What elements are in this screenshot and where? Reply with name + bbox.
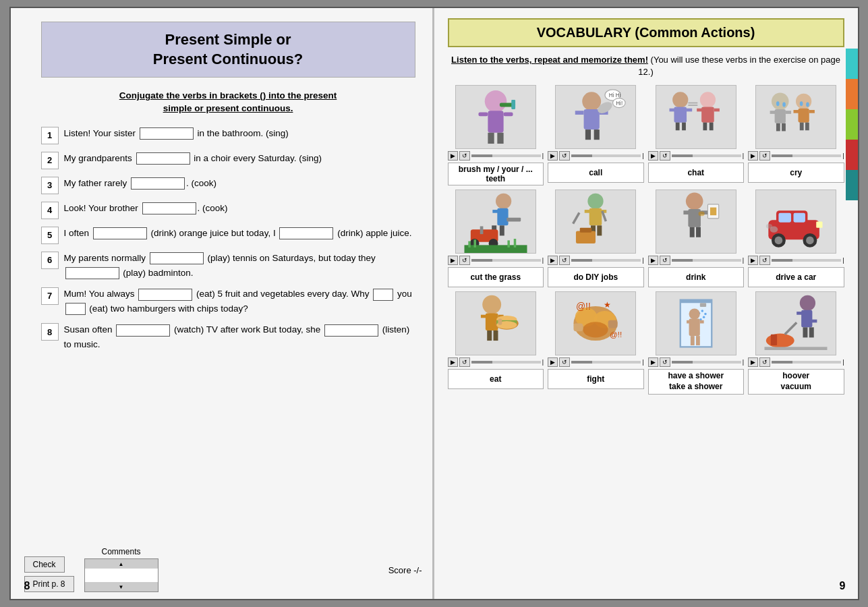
blank-7a[interactable]	[138, 289, 192, 301]
vocab-diy: ▶ ↺ | do DIY jobs	[548, 190, 643, 287]
blank-5b[interactable]	[279, 227, 333, 239]
audio-bar-drink	[672, 259, 741, 262]
svg-rect-131	[811, 320, 817, 323]
svg-rect-21	[669, 109, 674, 112]
blank-7c[interactable]	[65, 303, 86, 315]
replay-drink[interactable]: ↺	[660, 256, 670, 265]
comments-box[interactable]: ▲ ▼	[84, 558, 158, 592]
comments-label: Comments	[102, 547, 141, 556]
vocab-call: Hi Hi Hi! ▶ ↺ | call	[548, 85, 643, 185]
svg-text:Hi!: Hi!	[616, 100, 623, 107]
blank-6b[interactable]	[65, 267, 119, 279]
play-chat[interactable]: ▶	[648, 151, 658, 161]
svg-rect-91	[816, 222, 822, 228]
vocab-label-drink: drink	[648, 267, 744, 287]
svg-rect-132	[803, 328, 808, 338]
vocab-controls-hoover: ▶ ↺ |	[748, 357, 844, 367]
svg-point-74	[686, 193, 703, 210]
play-drive[interactable]: ▶	[748, 256, 758, 265]
vocab-controls-eat: ▶ ↺ |	[448, 357, 544, 367]
scroll-up-btn[interactable]: ▲	[85, 559, 158, 569]
blank-8b[interactable]	[324, 324, 378, 337]
play-call[interactable]: ▶	[548, 151, 558, 161]
play-brush[interactable]: ▶	[448, 151, 458, 161]
blank-1[interactable]	[140, 127, 194, 140]
vocab-grid: ▶ ↺ | brush my / your / ... teeth	[448, 85, 844, 394]
svg-rect-98	[487, 330, 492, 341]
svg-rect-115	[681, 300, 712, 304]
svg-rect-58	[480, 227, 484, 235]
vocab-controls-cry: ▶ ↺ |	[748, 151, 844, 161]
blank-3[interactable]	[131, 177, 185, 190]
print-button[interactable]: Print p. 8	[24, 576, 74, 592]
audio-bar-shower	[672, 361, 741, 364]
replay-call[interactable]: ↺	[559, 151, 570, 161]
svg-rect-46	[805, 123, 809, 131]
replay-cry[interactable]: ↺	[759, 151, 770, 161]
svg-rect-66	[585, 210, 590, 213]
vocab-drink: ▶ ↺ | drink	[648, 190, 744, 287]
svg-point-93	[766, 224, 772, 229]
svg-rect-129	[801, 310, 812, 328]
svg-rect-116	[700, 304, 706, 308]
play-eat[interactable]: ▶	[448, 357, 458, 367]
svg-rect-75	[688, 209, 701, 227]
replay-eat[interactable]: ↺	[459, 357, 470, 367]
svg-rect-60	[468, 241, 470, 248]
play-drink[interactable]: ▶	[648, 256, 658, 265]
svg-rect-65	[589, 208, 602, 226]
vocab-eat: ▶ ↺ | eat	[448, 291, 544, 394]
tab-red	[846, 140, 858, 170]
svg-rect-27	[697, 109, 702, 112]
replay-diy[interactable]: ↺	[559, 256, 570, 265]
audio-bar-call	[571, 154, 641, 157]
replay-shower[interactable]: ↺	[660, 357, 670, 367]
ex-num-3: 3	[41, 177, 59, 194]
vocab-controls-shower: ▶ ↺ |	[648, 357, 744, 367]
svg-rect-81	[710, 208, 716, 216]
vocab-controls-fight: ▶ ↺ |	[548, 357, 643, 367]
replay-chat[interactable]: ↺	[660, 151, 670, 161]
play-shower[interactable]: ▶	[648, 357, 658, 367]
replay-drive[interactable]: ↺	[759, 256, 770, 265]
ex-text-2: My grandparents in a choir every Saturda…	[64, 151, 415, 166]
svg-rect-79	[696, 227, 701, 237]
replay-brush[interactable]: ↺	[459, 151, 470, 161]
vocab-image-brush	[455, 85, 536, 149]
right-page: VOCABULARY (Common Actions) Listen to th…	[434, 8, 858, 599]
vocab-image-cut-grass	[455, 190, 536, 254]
blank-4[interactable]	[142, 202, 196, 214]
blank-8a[interactable]	[116, 324, 170, 337]
blank-7b[interactable]	[373, 289, 393, 301]
replay-cut-grass[interactable]: ↺	[459, 256, 470, 265]
vocab-label-diy: do DIY jobs	[548, 267, 643, 287]
check-button[interactable]: Check	[24, 556, 65, 573]
svg-point-94	[482, 295, 501, 314]
blank-5a[interactable]	[93, 227, 147, 239]
tab-orange	[846, 79, 858, 109]
svg-point-108	[583, 322, 608, 338]
exercise-6: 6 My parents normally (play) tennis on S…	[41, 251, 415, 280]
play-fight[interactable]: ▶	[548, 357, 558, 367]
vocab-label-shower: have a shower take a shower	[648, 369, 744, 394]
vocab-image-call: Hi Hi Hi!	[555, 85, 636, 149]
svg-rect-51	[492, 210, 498, 213]
svg-rect-23	[676, 123, 680, 131]
replay-fight[interactable]: ↺	[559, 357, 570, 367]
audio-bar-diy	[571, 259, 641, 262]
svg-rect-99	[493, 330, 498, 341]
replay-hoover[interactable]: ↺	[759, 357, 770, 367]
vocab-controls-brush: ▶ ↺ |	[448, 151, 544, 161]
play-hoover[interactable]: ▶	[748, 357, 758, 367]
ex-text-1: Listen! Your sister in the bathroom. (si…	[64, 126, 415, 141]
play-cut-grass[interactable]: ▶	[448, 256, 458, 265]
play-diy[interactable]: ▶	[548, 256, 558, 265]
blank-6a[interactable]	[150, 252, 204, 264]
scroll-down-btn[interactable]: ▼	[85, 582, 158, 591]
svg-rect-3	[503, 113, 513, 117]
vocab-image-diy	[555, 190, 636, 254]
svg-rect-2	[478, 113, 488, 117]
play-cry[interactable]: ▶	[748, 151, 758, 161]
vocab-controls-chat: ▶ ↺ |	[648, 151, 744, 161]
blank-2[interactable]	[136, 152, 190, 165]
